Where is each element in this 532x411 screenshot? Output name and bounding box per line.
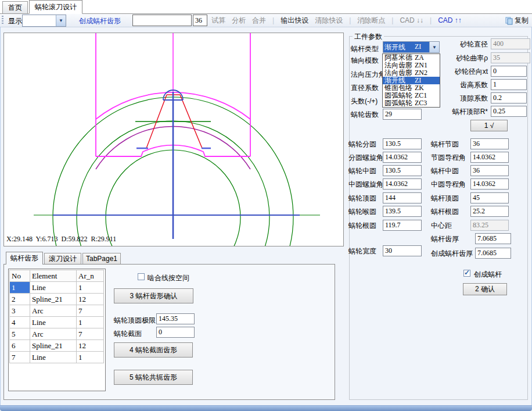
analysis-button[interactable]: 分析 xyxy=(232,16,246,26)
result-right-1-input[interactable]: 14.0362 xyxy=(470,152,509,163)
table-row[interactable]: 5Arc7 xyxy=(10,328,104,340)
result-left-0-label: 蜗轮分圆 xyxy=(348,140,376,149)
toolbar-separator: | xyxy=(391,16,393,24)
table-cell[interactable]: Arc xyxy=(30,328,77,340)
step3-worm-profile-button[interactable]: 3 蜗杆齿形确认 xyxy=(114,288,193,303)
result-left-7-input[interactable]: 30 xyxy=(383,245,422,256)
table-row[interactable]: 6Spline_2112 xyxy=(10,340,104,352)
table-row[interactable]: 1Line1 xyxy=(10,282,104,294)
tip-circle-limit-input[interactable]: 145.35 xyxy=(156,313,195,324)
result-left-1-label: 分圆螺旋角 xyxy=(348,153,383,163)
table-cell[interactable]: 12 xyxy=(77,340,104,352)
table-cell[interactable]: Line xyxy=(30,317,77,328)
element-table[interactable]: NoElementAr_n 1Line12Spline_21123Arc74Li… xyxy=(9,270,104,363)
result-right-7-input[interactable]: 7.0685 xyxy=(475,233,511,244)
param-right-2-input[interactable]: 0 xyxy=(491,66,527,77)
mesh-line-checkbox[interactable] xyxy=(138,273,145,280)
worm-type-option[interactable]: 圆弧蜗轮ZC3 xyxy=(383,99,440,107)
wheel-section-input[interactable]: 0 xyxy=(156,327,195,338)
table-cell[interactable]: 7 xyxy=(77,328,104,340)
table-column-header[interactable]: Ar_n xyxy=(77,270,104,282)
merge-button[interactable]: 合并 xyxy=(252,16,266,26)
tab-worm-hob-design[interactable]: 蜗轮滚刀设计 xyxy=(29,0,82,14)
result-right-5-input[interactable]: 25.2 xyxy=(470,206,509,217)
remove-breakpoint-button[interactable]: 消除断点 xyxy=(357,16,385,26)
param-left-4-input[interactable]: 29 xyxy=(383,109,422,120)
chevron-down-icon[interactable]: ▼ xyxy=(429,42,439,52)
result-right-3-input[interactable]: 14.0362 xyxy=(470,178,509,190)
tab-hob-design[interactable]: 滚刀设计 xyxy=(44,253,81,265)
table-cell[interactable]: 4 xyxy=(10,317,30,328)
create-worm-checkbox[interactable] xyxy=(463,270,470,277)
param-left-2-label: 直径系数 xyxy=(351,83,379,93)
copy-label: 复制 xyxy=(515,16,529,26)
result-right-4-input[interactable]: 45 xyxy=(470,192,509,203)
drawing-canvas[interactable]: X:29.148 Y:6.713 D:59.822 R:29.911 xyxy=(3,33,344,246)
chevron-down-icon[interactable]: ▼ xyxy=(56,15,66,26)
display-combobox[interactable]: ▼ xyxy=(22,15,66,27)
table-cell[interactable]: 6 xyxy=(10,340,30,352)
table-cell[interactable]: Line xyxy=(30,282,77,294)
step2-confirm-button[interactable]: 2 确认 xyxy=(463,283,507,295)
result-right-0-input[interactable]: 36 xyxy=(470,138,509,149)
table-cell[interactable]: 7 xyxy=(10,352,30,363)
cad-up-button[interactable]: CAD ↑↑ xyxy=(438,16,462,24)
tab-page1[interactable]: TabPage1 xyxy=(82,253,121,265)
step5-conjugate-profile-button[interactable]: 5 蜗轮共轭齿形 xyxy=(114,370,193,385)
table-cell[interactable]: 1 xyxy=(10,282,30,294)
table-cell[interactable]: 1 xyxy=(77,282,104,294)
toolbar-number-input[interactable] xyxy=(193,15,207,26)
table-column-header[interactable]: No xyxy=(10,270,30,282)
table-cell[interactable]: 1 xyxy=(77,352,104,363)
table-row[interactable]: 2Spline_2112 xyxy=(10,294,104,305)
create-worm-checkbox-label: 创成蜗杆 xyxy=(474,270,502,280)
param-right-5-input[interactable]: 0.25 xyxy=(491,106,527,117)
cad-down-button[interactable]: CAD ↓↓ xyxy=(400,16,423,24)
result-left-1-input[interactable]: 14.0362 xyxy=(383,152,422,163)
result-left-4-input[interactable]: 144 xyxy=(383,192,422,203)
table-column-header[interactable]: Element xyxy=(30,270,77,282)
result-right-7-label: 蜗杆齿厚 xyxy=(431,234,459,244)
clear-quickset-button[interactable]: 清除快设 xyxy=(315,16,343,26)
table-cell[interactable]: 3 xyxy=(10,305,30,317)
table-cell[interactable]: 2 xyxy=(10,294,30,305)
tab-worm-profile[interactable]: 蜗杆齿形 xyxy=(6,252,43,265)
window-left-edge xyxy=(0,27,1,406)
result-left-5-input[interactable]: 139.5 xyxy=(383,206,422,217)
param-right-3-input[interactable]: 1 xyxy=(491,79,527,90)
result-left-2-input[interactable]: 130.5 xyxy=(383,165,422,176)
table-cell[interactable]: 5 xyxy=(10,328,30,340)
step4-wheel-section-button[interactable]: 4 蜗轮截面齿形 xyxy=(114,342,193,358)
create-worm-profile-link[interactable]: 创成蜗杆齿形 xyxy=(79,16,121,26)
table-cell[interactable]: 1 xyxy=(77,317,104,328)
table-cell[interactable]: 12 xyxy=(77,294,104,305)
table-row[interactable]: 4Line1 xyxy=(10,317,104,328)
table-cell[interactable]: Spline_21 xyxy=(30,294,77,305)
step1-confirm-button[interactable]: 1 √ xyxy=(470,120,508,131)
copy-button[interactable]: 复制 xyxy=(505,16,529,26)
table-row[interactable]: 3Arc7 xyxy=(10,305,104,317)
result-left-3-input[interactable]: 14.0362 xyxy=(383,178,422,190)
worm-type-combobox[interactable]: 渐开线 ZI ▼ xyxy=(383,41,440,53)
result-right-2-input[interactable]: 36 xyxy=(470,165,509,176)
table-header-row: NoElementAr_n xyxy=(10,270,104,282)
result-left-6-input[interactable]: 119.7 xyxy=(383,220,422,231)
copy-icon xyxy=(505,17,513,25)
result-right-6-label: 中心距 xyxy=(431,221,452,231)
result-right-8-label: 创成蜗杆齿厚 xyxy=(431,249,473,259)
table-cell[interactable]: Line xyxy=(30,352,77,363)
result-left-0-input[interactable]: 130.5 xyxy=(383,138,422,149)
display-combobox-value xyxy=(23,15,56,26)
table-row[interactable]: 7Line1 xyxy=(10,352,104,363)
table-cell[interactable]: Spline_21 xyxy=(30,340,77,352)
toolbar-grip[interactable] xyxy=(2,16,3,25)
toolbar-text-input[interactable] xyxy=(132,15,192,26)
output-quickset-button[interactable]: 输出快设 xyxy=(281,16,308,26)
tab-home[interactable]: 首页 xyxy=(2,1,28,13)
param-right-4-input[interactable]: 0.2 xyxy=(491,92,527,103)
trial-calc-button[interactable]: 试算 xyxy=(211,16,225,26)
worm-type-dropdown: 阿基米德ZA法向齿廓ZN1法向齿廓ZN2渐开线ZI锥面包络ZK圆弧蜗轮ZC1圆弧… xyxy=(382,53,440,108)
table-cell[interactable]: 7 xyxy=(77,305,104,317)
table-cell[interactable]: Arc xyxy=(30,305,77,317)
result-right-8-input[interactable]: 7.0685 xyxy=(475,248,511,259)
